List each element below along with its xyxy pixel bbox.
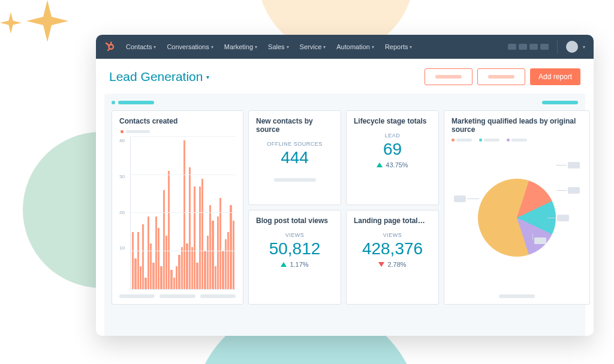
page-title-dropdown[interactable]: Lead Generation ▾: [109, 70, 209, 84]
card-new-contacts-by-source[interactable]: New contacts by source OFFLINE SOURCES 4…: [248, 110, 341, 205]
card-landing-page-views[interactable]: Landing page total… VIEWS 428,376 2.78%: [346, 210, 439, 305]
nav-contacts[interactable]: Contacts▾: [126, 43, 156, 50]
delta-text: 2.78%: [387, 261, 406, 268]
nav-marketing[interactable]: Marketing▾: [224, 43, 257, 50]
legend-item: [479, 139, 499, 142]
bar: [233, 221, 234, 289]
legend-dot: [452, 139, 455, 142]
utility-button[interactable]: [508, 44, 516, 50]
canvas-legend: [112, 101, 578, 104]
bar: [222, 251, 224, 290]
bar: [152, 263, 154, 289]
bar: [134, 258, 136, 289]
bar: [183, 140, 185, 289]
label-line: [467, 198, 479, 199]
card-title: New contacts by source: [256, 117, 333, 134]
page-title-text: Lead Generation: [109, 70, 203, 84]
button-label: Add report: [538, 73, 572, 81]
slice-label: [568, 187, 580, 194]
bar-chart: 40 30 20 10: [119, 137, 236, 290]
y-tick: 30: [119, 174, 130, 179]
bar: [181, 247, 183, 289]
card-blog-post-views[interactable]: Blog post total views VIEWS 50,812 1.17%: [248, 210, 341, 305]
card-contacts-created[interactable]: Contacts created 40 30 20 10: [112, 110, 243, 305]
nav-automation[interactable]: Automation▾: [336, 43, 374, 50]
utility-button[interactable]: [540, 44, 549, 50]
nav-sales[interactable]: Sales▾: [268, 43, 289, 50]
chevron-down-icon: ▾: [154, 44, 156, 50]
action-button-2[interactable]: [477, 68, 525, 85]
legend-bar: [542, 101, 578, 104]
placeholder-line: [119, 294, 155, 298]
nav-items: Contacts▾ Conversations▾ Marketing▾ Sale…: [126, 43, 412, 50]
placeholder-line: [200, 294, 236, 298]
action-button-1[interactable]: [425, 68, 472, 85]
chevron-down-icon: ▾: [255, 44, 257, 50]
nav-service[interactable]: Service▾: [300, 43, 326, 50]
bar: [170, 270, 172, 289]
avatar[interactable]: [566, 41, 578, 53]
add-report-button[interactable]: Add report: [530, 68, 580, 85]
svg-line-2: [106, 43, 109, 46]
legend-item: [507, 139, 527, 142]
card-legend: [452, 139, 582, 142]
card-title: Landing page total…: [354, 216, 431, 225]
legend-dot: [112, 101, 115, 104]
placeholder-label: [488, 75, 514, 79]
card-lifecycle-stage-totals[interactable]: Lifecycle stage totals LEAD 69 43.75%: [346, 110, 439, 205]
legend-item: [452, 139, 472, 142]
legend-bar: [484, 139, 499, 142]
bar: [148, 216, 149, 289]
bar: [155, 216, 157, 289]
hubspot-logo-icon[interactable]: [104, 41, 115, 52]
placeholder-line: [274, 178, 316, 182]
bar: [199, 186, 201, 289]
slice-label: [568, 162, 580, 169]
delta-text: 43.75%: [386, 161, 408, 169]
bar: [207, 236, 209, 289]
slice-label: [557, 215, 569, 221]
title-actions: Add report: [425, 68, 580, 85]
top-nav: Contacts▾ Conversations▾ Marketing▾ Sale…: [96, 35, 594, 59]
card-delta: 2.78%: [354, 261, 431, 268]
pie: [478, 179, 556, 257]
bar: [165, 236, 167, 289]
utility-button[interactable]: [529, 44, 538, 50]
bar: [201, 179, 203, 289]
label-line: [557, 190, 567, 191]
chevron-down-icon: ▾: [372, 44, 374, 50]
widget-grid: Contacts created 40 30 20 10: [112, 110, 578, 305]
chevron-down-icon: ▾: [211, 44, 213, 50]
utility-button[interactable]: [519, 44, 527, 50]
card-mql-by-source[interactable]: Marketing qualified leads by original so…: [444, 110, 590, 305]
nav-conversations[interactable]: Conversations▾: [167, 43, 213, 50]
placeholder-label: [435, 75, 462, 79]
title-bar: Lead Generation ▾ Add report: [96, 59, 594, 94]
y-tick: 20: [119, 210, 130, 215]
bar: [204, 251, 206, 290]
legend-dot: [479, 139, 482, 142]
legend-dot: [507, 139, 510, 142]
bar: [163, 190, 165, 289]
bar: [173, 278, 175, 289]
bar: [137, 232, 139, 289]
bar: [196, 263, 198, 289]
nav-reports[interactable]: Reports▾: [385, 43, 413, 50]
card-sublabel: LEAD: [354, 133, 431, 139]
chevron-down-icon[interactable]: ▾: [583, 44, 585, 50]
dashboard-canvas: Contacts created 40 30 20 10: [104, 94, 585, 336]
card-value: 50,812: [256, 239, 333, 258]
bar-plot-area: [130, 137, 236, 290]
card-value: 444: [256, 148, 333, 167]
bar: [194, 186, 195, 289]
label-line: [556, 165, 567, 166]
bar: [219, 198, 221, 289]
nav-label: Reports: [385, 43, 408, 50]
bar: [230, 205, 231, 289]
bar: [140, 266, 142, 289]
sparkle-icon: [0, 12, 22, 34]
card-sublabel: OFFLINE SOURCES: [256, 141, 333, 147]
legend-bar: [456, 139, 472, 142]
card-title: Lifecycle stage totals: [354, 117, 431, 125]
legend-item: [542, 101, 578, 104]
